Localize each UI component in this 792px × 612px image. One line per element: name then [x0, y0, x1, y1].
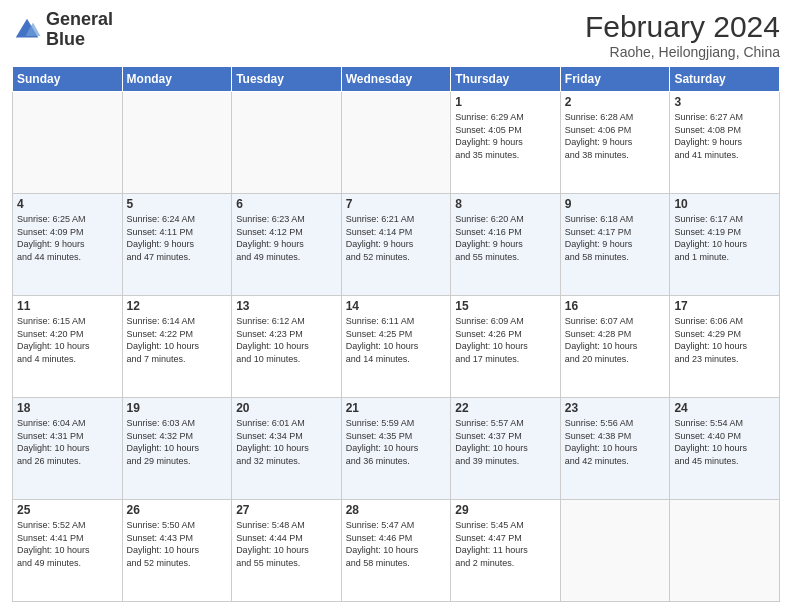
day-header-monday: Monday: [122, 67, 232, 92]
day-header-wednesday: Wednesday: [341, 67, 451, 92]
day-info: Sunrise: 6:21 AM Sunset: 4:14 PM Dayligh…: [346, 213, 447, 263]
calendar-cell: 1Sunrise: 6:29 AM Sunset: 4:05 PM Daylig…: [451, 92, 561, 194]
day-info: Sunrise: 6:15 AM Sunset: 4:20 PM Dayligh…: [17, 315, 118, 365]
day-info: Sunrise: 5:54 AM Sunset: 4:40 PM Dayligh…: [674, 417, 775, 467]
logo-line2: Blue: [46, 30, 113, 50]
day-info: Sunrise: 6:20 AM Sunset: 4:16 PM Dayligh…: [455, 213, 556, 263]
day-header-tuesday: Tuesday: [232, 67, 342, 92]
day-number: 26: [127, 503, 228, 517]
calendar-cell: [122, 92, 232, 194]
title-area: February 2024 Raohe, Heilongjiang, China: [585, 10, 780, 60]
logo: General Blue: [12, 10, 113, 50]
calendar-cell: [670, 500, 780, 602]
calendar-cell: [560, 500, 670, 602]
day-info: Sunrise: 5:50 AM Sunset: 4:43 PM Dayligh…: [127, 519, 228, 569]
day-number: 1: [455, 95, 556, 109]
calendar-cell: 2Sunrise: 6:28 AM Sunset: 4:06 PM Daylig…: [560, 92, 670, 194]
day-info: Sunrise: 6:06 AM Sunset: 4:29 PM Dayligh…: [674, 315, 775, 365]
day-number: 25: [17, 503, 118, 517]
day-info: Sunrise: 6:29 AM Sunset: 4:05 PM Dayligh…: [455, 111, 556, 161]
day-info: Sunrise: 6:04 AM Sunset: 4:31 PM Dayligh…: [17, 417, 118, 467]
day-header-friday: Friday: [560, 67, 670, 92]
calendar-cell: 3Sunrise: 6:27 AM Sunset: 4:08 PM Daylig…: [670, 92, 780, 194]
day-info: Sunrise: 6:28 AM Sunset: 4:06 PM Dayligh…: [565, 111, 666, 161]
day-number: 22: [455, 401, 556, 415]
calendar-cell: 29Sunrise: 5:45 AM Sunset: 4:47 PM Dayli…: [451, 500, 561, 602]
day-info: Sunrise: 5:56 AM Sunset: 4:38 PM Dayligh…: [565, 417, 666, 467]
calendar-table: SundayMondayTuesdayWednesdayThursdayFrid…: [12, 66, 780, 602]
day-number: 28: [346, 503, 447, 517]
month-title: February 2024: [585, 10, 780, 44]
day-number: 12: [127, 299, 228, 313]
calendar-cell: 22Sunrise: 5:57 AM Sunset: 4:37 PM Dayli…: [451, 398, 561, 500]
day-number: 9: [565, 197, 666, 211]
calendar-cell: 15Sunrise: 6:09 AM Sunset: 4:26 PM Dayli…: [451, 296, 561, 398]
day-number: 20: [236, 401, 337, 415]
calendar-cell: 8Sunrise: 6:20 AM Sunset: 4:16 PM Daylig…: [451, 194, 561, 296]
day-number: 17: [674, 299, 775, 313]
day-number: 6: [236, 197, 337, 211]
logo-icon: [12, 15, 42, 45]
day-number: 14: [346, 299, 447, 313]
day-header-saturday: Saturday: [670, 67, 780, 92]
calendar-cell: 27Sunrise: 5:48 AM Sunset: 4:44 PM Dayli…: [232, 500, 342, 602]
day-number: 13: [236, 299, 337, 313]
location: Raohe, Heilongjiang, China: [585, 44, 780, 60]
day-info: Sunrise: 6:09 AM Sunset: 4:26 PM Dayligh…: [455, 315, 556, 365]
day-info: Sunrise: 6:24 AM Sunset: 4:11 PM Dayligh…: [127, 213, 228, 263]
day-number: 24: [674, 401, 775, 415]
calendar-cell: 7Sunrise: 6:21 AM Sunset: 4:14 PM Daylig…: [341, 194, 451, 296]
calendar-cell: 12Sunrise: 6:14 AM Sunset: 4:22 PM Dayli…: [122, 296, 232, 398]
calendar-cell: 21Sunrise: 5:59 AM Sunset: 4:35 PM Dayli…: [341, 398, 451, 500]
logo-line1: General: [46, 10, 113, 30]
day-number: 23: [565, 401, 666, 415]
week-row-2: 11Sunrise: 6:15 AM Sunset: 4:20 PM Dayli…: [13, 296, 780, 398]
day-info: Sunrise: 6:03 AM Sunset: 4:32 PM Dayligh…: [127, 417, 228, 467]
day-number: 11: [17, 299, 118, 313]
calendar-cell: 26Sunrise: 5:50 AM Sunset: 4:43 PM Dayli…: [122, 500, 232, 602]
day-number: 21: [346, 401, 447, 415]
calendar-cell: 25Sunrise: 5:52 AM Sunset: 4:41 PM Dayli…: [13, 500, 123, 602]
calendar-cell: 10Sunrise: 6:17 AM Sunset: 4:19 PM Dayli…: [670, 194, 780, 296]
calendar-cell: 20Sunrise: 6:01 AM Sunset: 4:34 PM Dayli…: [232, 398, 342, 500]
day-number: 18: [17, 401, 118, 415]
calendar-cell: [232, 92, 342, 194]
day-info: Sunrise: 6:01 AM Sunset: 4:34 PM Dayligh…: [236, 417, 337, 467]
page: General Blue February 2024 Raohe, Heilon…: [0, 0, 792, 612]
calendar-cell: [13, 92, 123, 194]
calendar-cell: 16Sunrise: 6:07 AM Sunset: 4:28 PM Dayli…: [560, 296, 670, 398]
week-row-0: 1Sunrise: 6:29 AM Sunset: 4:05 PM Daylig…: [13, 92, 780, 194]
day-number: 27: [236, 503, 337, 517]
day-info: Sunrise: 5:52 AM Sunset: 4:41 PM Dayligh…: [17, 519, 118, 569]
day-number: 3: [674, 95, 775, 109]
day-info: Sunrise: 6:23 AM Sunset: 4:12 PM Dayligh…: [236, 213, 337, 263]
calendar-cell: 17Sunrise: 6:06 AM Sunset: 4:29 PM Dayli…: [670, 296, 780, 398]
day-number: 15: [455, 299, 556, 313]
logo-text: General Blue: [46, 10, 113, 50]
calendar-cell: 5Sunrise: 6:24 AM Sunset: 4:11 PM Daylig…: [122, 194, 232, 296]
day-header-thursday: Thursday: [451, 67, 561, 92]
week-row-4: 25Sunrise: 5:52 AM Sunset: 4:41 PM Dayli…: [13, 500, 780, 602]
day-info: Sunrise: 6:12 AM Sunset: 4:23 PM Dayligh…: [236, 315, 337, 365]
day-info: Sunrise: 6:17 AM Sunset: 4:19 PM Dayligh…: [674, 213, 775, 263]
header: General Blue February 2024 Raohe, Heilon…: [12, 10, 780, 60]
calendar-cell: 11Sunrise: 6:15 AM Sunset: 4:20 PM Dayli…: [13, 296, 123, 398]
calendar-cell: 4Sunrise: 6:25 AM Sunset: 4:09 PM Daylig…: [13, 194, 123, 296]
calendar-cell: 6Sunrise: 6:23 AM Sunset: 4:12 PM Daylig…: [232, 194, 342, 296]
day-number: 2: [565, 95, 666, 109]
week-row-1: 4Sunrise: 6:25 AM Sunset: 4:09 PM Daylig…: [13, 194, 780, 296]
day-info: Sunrise: 5:47 AM Sunset: 4:46 PM Dayligh…: [346, 519, 447, 569]
calendar-cell: 14Sunrise: 6:11 AM Sunset: 4:25 PM Dayli…: [341, 296, 451, 398]
calendar-cell: 24Sunrise: 5:54 AM Sunset: 4:40 PM Dayli…: [670, 398, 780, 500]
calendar-cell: [341, 92, 451, 194]
day-number: 4: [17, 197, 118, 211]
day-info: Sunrise: 5:57 AM Sunset: 4:37 PM Dayligh…: [455, 417, 556, 467]
day-number: 8: [455, 197, 556, 211]
day-info: Sunrise: 6:27 AM Sunset: 4:08 PM Dayligh…: [674, 111, 775, 161]
calendar-cell: 9Sunrise: 6:18 AM Sunset: 4:17 PM Daylig…: [560, 194, 670, 296]
day-number: 16: [565, 299, 666, 313]
calendar-cell: 23Sunrise: 5:56 AM Sunset: 4:38 PM Dayli…: [560, 398, 670, 500]
day-number: 5: [127, 197, 228, 211]
day-number: 10: [674, 197, 775, 211]
day-info: Sunrise: 6:18 AM Sunset: 4:17 PM Dayligh…: [565, 213, 666, 263]
